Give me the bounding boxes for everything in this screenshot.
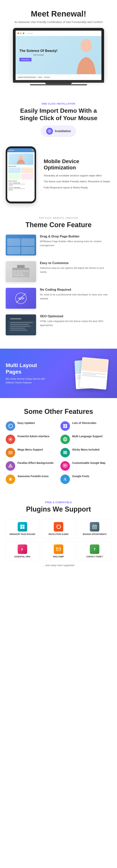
drag-block-2 — [21, 238, 35, 246]
svg-rect-20 — [10, 318, 22, 319]
feature-info-fontello: Awesome Fontello Icons — [17, 474, 49, 478]
footer-badge-2: About — [37, 76, 43, 78]
feature-info-google-map: Customizable Google Map — [72, 461, 106, 465]
core-feature-desc-3: No need to be a professional web develop… — [40, 293, 111, 301]
svg-rect-7 — [13, 270, 16, 272]
svg-rect-8 — [16, 270, 19, 272]
feature-title-sticky-menu: Sticky Menu Included — [72, 448, 99, 451]
plugin-wpbakery: WPBAKERY PAGE BUILDER — [6, 519, 39, 538]
svg-rect-13 — [16, 272, 19, 274]
plugin-icon-booked — [90, 522, 99, 531]
phone-outer: renewal ☰ What We Offer — [6, 146, 36, 204]
laptop-mockup: renewal The Science Of Beauty! With Rene… — [13, 28, 104, 85]
svg-point-1 — [81, 40, 91, 51]
google-fonts-icon-svg: A — [63, 477, 68, 482]
laptop-screen: renewal The Science Of Beauty! With Rene… — [15, 31, 102, 80]
install-icon — [46, 128, 53, 134]
svg-rect-14 — [20, 272, 23, 274]
plugin-icon-revolution — [54, 522, 63, 531]
feature-title-parallax: Parallax Effect Backgrounds — [17, 461, 53, 465]
svg-rect-27 — [65, 424, 67, 426]
core-feature-img-3: </> — [6, 288, 36, 309]
feature-info-updates: Easy Updates — [17, 421, 35, 425]
multi-desc: We create Several Unique Demos with Diff… — [6, 377, 47, 384]
svg-rect-38 — [63, 451, 67, 452]
core-feature-img-2 — [6, 261, 36, 282]
laptop-stand — [45, 83, 72, 84]
plugin-mailchimp: MAILCHIMP — [42, 541, 75, 561]
hero-section: Meet Renewal! An Awesome User-Friendly C… — [0, 0, 117, 95]
plugin-cf7: 7 CONTACT FORM 7 — [78, 541, 111, 561]
plugin-name-revolution: REVOLUTION SLIDER — [48, 533, 68, 535]
core-feature-desc-1: WPBakery Page Builder offers amazing too… — [40, 240, 111, 248]
feature-google-fonts: A Google Fonts — [61, 474, 111, 484]
navbar-dot-green — [23, 32, 24, 34]
plugin-name-mailchimp: MAILCHIMP — [53, 556, 64, 558]
feature-google-map: Customizable Google Map — [61, 461, 111, 471]
core-feature-title-3: No Coding Required — [40, 288, 111, 291]
svg-rect-24 — [10, 328, 25, 329]
feature-icon-google-map — [61, 461, 70, 471]
core-feature-text-3: No Coding Required No need to be a profe… — [40, 288, 111, 301]
drag-block-1 — [7, 238, 21, 246]
feature-sticky-menu: Sticky Menu Included — [61, 448, 111, 457]
svg-rect-51 — [20, 527, 22, 529]
svg-rect-57 — [94, 527, 94, 528]
mobile-section: renewal ☰ What We Offer — [0, 141, 117, 209]
page-card-inner-1 — [81, 357, 109, 373]
plugin-booked: BOOKED APPOINTMENTS — [78, 519, 111, 538]
coding-img: </> — [6, 288, 36, 309]
customize-img — [6, 261, 36, 282]
feature-title-admin: Powerful Admin Interface — [17, 435, 49, 438]
laptop-hero-button[interactable]: Read More — [20, 58, 32, 61]
core-feature-title-4: SEO Optimized — [40, 314, 111, 318]
seo-svg — [7, 316, 36, 334]
plugin-icon-essential-grid: # — [18, 545, 27, 554]
wpb-icon-svg — [20, 524, 25, 529]
feature-title-mega-menu: Mega Menu Support — [17, 448, 43, 451]
laptop-base — [13, 80, 104, 83]
svg-rect-12 — [13, 272, 16, 274]
feature-icon-google-fonts: A — [61, 474, 70, 484]
other-features-heading: Some Other Features — [6, 408, 111, 415]
one-click-label: One Click Installation — [6, 102, 111, 105]
feature-title-shortcodes: Lots of Shortcodes — [72, 421, 96, 425]
phone-topbar: renewal ☰ — [7, 148, 35, 152]
plugin-icon-mailchimp — [54, 545, 63, 554]
multi-heading: Multi Layout Pages — [6, 362, 47, 375]
navbar-dot-red — [17, 32, 19, 34]
feature-parallax: Parallax Effect Backgrounds — [6, 461, 56, 471]
hero-title: Meet Renewal! — [6, 9, 111, 18]
core-feature-row-1: Drag & Drop Page Builder WPBakery Page B… — [6, 235, 111, 255]
phone-content: What We Offer Renew Yourself Beauty Tips… — [7, 152, 35, 192]
svg-text:7: 7 — [94, 548, 95, 551]
phone-hero-image — [8, 153, 33, 165]
core-feature-img-4 — [6, 314, 36, 335]
core-label: For Easy Website Creation — [6, 217, 111, 219]
installation-button[interactable]: Installation — [41, 125, 76, 137]
svg-rect-23 — [10, 326, 31, 327]
svg-rect-49 — [20, 525, 22, 527]
feature-info-parallax: Parallax Effect Backgrounds — [17, 461, 53, 465]
fontello-icon-svg — [8, 477, 13, 482]
plugin-name-booked: BOOKED APPOINTMENTS — [83, 533, 107, 535]
laptop-logo: renewal — [27, 32, 33, 34]
phone-section-title: What We Offer — [8, 166, 33, 167]
laptop-navbar: renewal — [15, 31, 102, 36]
phone-card-1 — [8, 167, 21, 173]
hero-subtitle: An Awesome User-Friendly Combination of … — [6, 20, 111, 24]
svg-point-30 — [10, 439, 11, 440]
page-line-6 — [82, 375, 106, 378]
feature-icon-fontello — [6, 474, 15, 484]
plugins-heading: Plugins We Support — [6, 505, 111, 513]
mail-icon-svg — [56, 547, 61, 552]
svg-rect-25 — [10, 330, 27, 331]
plugin-icon-cf7: 7 — [90, 545, 99, 554]
sticky-menu-icon-svg — [63, 450, 68, 455]
plugins-label: Free & Compatible — [6, 501, 111, 504]
feature-title-google-fonts: Google Fonts — [72, 474, 89, 478]
core-feature-row-2: Easy to Customize Awesome easy-to-use op… — [6, 261, 111, 282]
laptop-footer-bar: Quality | Health With Renewal About Serv… — [15, 74, 102, 80]
svg-rect-15 — [13, 275, 25, 276]
mobile-feature-1: Absolutely all scrollable sections suppo… — [44, 174, 113, 178]
